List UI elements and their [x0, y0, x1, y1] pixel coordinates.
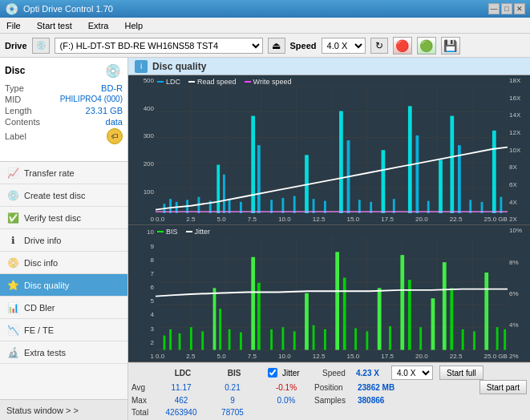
svg-rect-48 [492, 131, 496, 214]
svg-rect-80 [305, 293, 309, 350]
disc-length-label: Length [5, 106, 32, 115]
menu-extra[interactable]: Extra [85, 20, 112, 31]
sidebar-item-cd-bler[interactable]: 📊 CD Bler [0, 297, 127, 319]
sidebar-item-verify-test-disc[interactable]: ✅ Verify test disc [0, 207, 127, 229]
disc-mid-label: MID [5, 95, 21, 104]
max-jitter: 0.0% [266, 396, 306, 405]
extra-tests-label: Extra tests [24, 348, 66, 357]
title-bar-left: 💿 Opti Drive Control 1.70 [5, 2, 113, 15]
sidebar-item-disc-info[interactable]: 📀 Disc info [0, 252, 127, 274]
svg-rect-81 [313, 325, 315, 350]
chart2-legend: BIS Jitter [157, 228, 210, 236]
disc-label-row: Label 🏷 [5, 128, 123, 144]
disc-mid-row: MID PHILIPRO4 (000) [5, 95, 123, 104]
sidebar-item-transfer-rate[interactable]: 📈 Transfer rate [0, 162, 127, 184]
legend-jitter-label: Jitter [195, 228, 211, 236]
sidebar-item-fe-te[interactable]: 📉 FE / TE [0, 319, 127, 341]
menu-help[interactable]: Help [121, 20, 146, 31]
chart-bis: BIS Jitter 10987654321 10%8%6%4%2% [128, 225, 530, 362]
legend-ldc-label: LDC [166, 78, 180, 86]
refresh-button[interactable]: ↻ [370, 38, 388, 54]
toolbar-btn-1[interactable]: 🔴 [393, 37, 412, 55]
bis-color [157, 231, 164, 232]
svg-rect-72 [219, 309, 221, 350]
disc-panel-header: Disc 💿 [5, 61, 123, 80]
menu-start-test[interactable]: Start test [34, 20, 75, 31]
disc-panel: Disc 💿 Type BD-R MID PHILIPRO4 (000) Len… [0, 58, 127, 162]
verify-test-disc-label: Verify test disc [24, 213, 81, 223]
label-icon[interactable]: 🏷 [107, 128, 123, 144]
sidebar: Disc 💿 Type BD-R MID PHILIPRO4 (000) Len… [0, 58, 128, 420]
svg-rect-85 [354, 329, 357, 350]
menu-file[interactable]: File [3, 20, 24, 31]
svg-rect-98 [496, 328, 499, 350]
svg-rect-68 [179, 333, 181, 350]
max-ldc: 462 [157, 396, 205, 405]
chart2-x-axis: 0.02.55.07.510.012.515.017.520.022.525.0… [156, 350, 508, 361]
close-button[interactable]: ✕ [514, 3, 525, 14]
svg-rect-84 [343, 278, 346, 350]
speed-select[interactable]: 4.0 X [322, 38, 366, 54]
svg-rect-95 [462, 329, 464, 350]
svg-rect-74 [240, 333, 242, 350]
sidebar-item-extra-tests[interactable]: 🔬 Extra tests [0, 341, 127, 364]
main-area: Disc 💿 Type BD-R MID PHILIPRO4 (000) Len… [0, 58, 530, 420]
jitter-color [186, 231, 192, 232]
disc-type-row: Type BD-R [5, 83, 123, 93]
drive-select[interactable]: (F:) HL-DT-ST BD-RE WH16NS58 TST4 [55, 38, 263, 54]
stats-row2: Avg 11.17 0.21 -0.1% Position 23862 MB S… [131, 381, 527, 394]
disc-quality-header: i Disc quality [128, 58, 530, 75]
sidebar-item-create-test-disc[interactable]: 💿 Create test disc [0, 184, 127, 207]
transfer-rate-label: Transfer rate [24, 168, 75, 178]
start-full-button[interactable]: Start full [439, 365, 483, 380]
sidebar-item-disc-quality[interactable]: ⭐ Disc quality [0, 274, 127, 297]
fe-te-icon: 📉 [6, 324, 19, 337]
disc-info-label: Disc info [24, 258, 58, 268]
read-speed-color [188, 81, 195, 83]
avg-jitter: -0.1% [266, 383, 306, 392]
disc-section-title: Disc [5, 65, 25, 76]
sidebar-item-drive-info[interactable]: ℹ Drive info [0, 229, 127, 252]
toolbar-btn-3[interactable]: 💾 [441, 37, 460, 55]
verify-test-disc-icon: ✅ [6, 212, 19, 224]
speed-select-stats[interactable]: 4.0 X [391, 365, 433, 380]
disc-quality-label: Disc quality [24, 281, 69, 290]
ldc-color [157, 81, 164, 83]
jitter-checkbox[interactable] [268, 368, 277, 378]
status-window-button[interactable]: Status window > > [0, 399, 127, 420]
chart2-y-axis-left: 10987654321 [128, 225, 156, 361]
content-area: i Disc quality LDC Read speed [128, 58, 530, 420]
drive-bar: Drive 💿 (F:) HL-DT-ST BD-RE WH16NS58 TST… [0, 34, 530, 58]
max-label: Max [131, 396, 154, 405]
svg-rect-41 [415, 135, 419, 214]
toolbar-btn-2[interactable]: 🟢 [417, 37, 436, 55]
svg-rect-97 [484, 273, 488, 350]
start-part-button[interactable]: Start part [479, 380, 527, 394]
stats-row1: LDC BIS Jitter Speed 4.23 X 4.0 X Start … [131, 365, 527, 381]
svg-rect-75 [251, 257, 255, 350]
drive-icon-btn[interactable]: 💿 [32, 38, 50, 54]
svg-rect-78 [281, 328, 284, 350]
create-test-disc-label: Create test disc [24, 191, 85, 200]
drive-info-icon: ℹ [6, 234, 19, 247]
svg-rect-70 [201, 332, 204, 350]
samples-value: 380866 [358, 396, 406, 405]
svg-rect-89 [400, 256, 404, 350]
chart2-y-axis-right: 10%8%6%4%2% [508, 225, 530, 361]
svg-rect-93 [443, 263, 447, 350]
svg-rect-82 [324, 329, 326, 350]
maximize-button[interactable]: □ [501, 3, 512, 14]
chart1-svg [156, 87, 508, 213]
eject-button[interactable]: ⏏ [268, 38, 285, 54]
app-icon: 💿 [5, 2, 18, 15]
cd-bler-label: CD Bler [24, 303, 55, 313]
speed-label: Speed [290, 41, 317, 50]
legend-write-speed: Write speed [245, 78, 292, 86]
legend-write-speed-label: Write speed [253, 78, 292, 86]
minimize-button[interactable]: — [488, 3, 500, 14]
transfer-rate-icon: 📈 [6, 167, 19, 180]
jitter-label: Jitter [282, 369, 314, 378]
svg-rect-69 [190, 328, 192, 350]
disc-info-icon: 📀 [6, 256, 19, 269]
legend-read-speed: Read speed [188, 78, 237, 86]
